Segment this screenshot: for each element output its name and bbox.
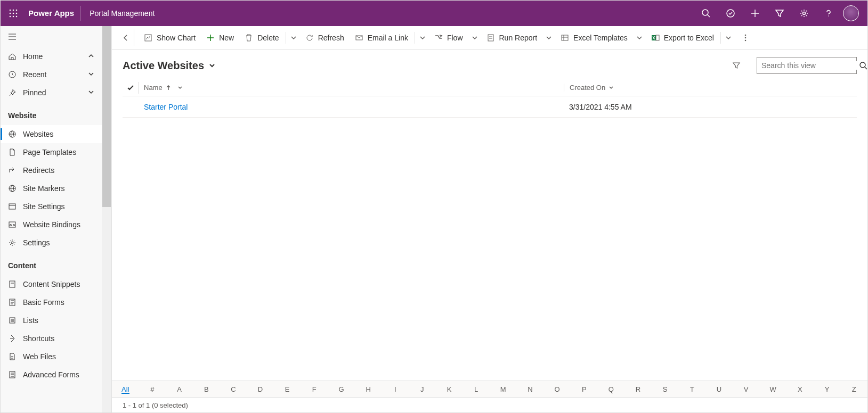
sidebar-item-label: Recent [23, 70, 46, 79]
sidebar-item-home[interactable]: Home [1, 47, 102, 65]
column-label: Name [144, 84, 163, 92]
alpha-filter-b[interactable]: B [193, 385, 220, 393]
flow-button[interactable]: Flow [429, 29, 468, 46]
sidebar-item-website-bindings[interactable]: Website Bindings [1, 216, 102, 234]
sidebar-item-web-files[interactable]: Web Files [1, 348, 102, 366]
shortcut-icon [8, 334, 17, 343]
sidebar-item-label: Home [23, 52, 43, 61]
search-icon[interactable] [859, 61, 867, 70]
alpha-filter-z[interactable]: Z [840, 385, 867, 393]
alpha-filter-j[interactable]: J [409, 385, 436, 393]
alpha-filter-u[interactable]: U [705, 385, 733, 393]
alpha-filter-p[interactable]: P [571, 385, 598, 393]
sidebar-item-advanced-forms[interactable]: Advanced Forms [1, 366, 102, 384]
sidebar-item-pinned[interactable]: Pinned [1, 84, 102, 102]
globe-icon [8, 130, 17, 138]
alpha-filter-s[interactable]: S [652, 385, 679, 393]
search-box[interactable] [757, 57, 857, 74]
search-input[interactable] [757, 61, 859, 70]
show-chart-button[interactable]: Show Chart [139, 29, 201, 46]
run-report-dropdown[interactable] [542, 29, 555, 46]
alpha-filter-c[interactable]: C [220, 385, 247, 393]
excel-templates-dropdown[interactable] [633, 29, 646, 46]
svg-point-8 [16, 16, 18, 18]
export-excel-dropdown[interactable] [722, 29, 735, 46]
alpha-filter-o[interactable]: O [543, 385, 571, 393]
svg-point-1 [13, 10, 14, 11]
alpha-filter-y[interactable]: Y [814, 385, 841, 393]
delete-button[interactable]: Delete [239, 29, 284, 46]
app-name[interactable]: Power Apps [26, 6, 81, 21]
alpha-filter-t[interactable]: T [678, 385, 705, 393]
svg-rect-55 [562, 35, 568, 40]
alpha-filter-bar: All # A B C D E F G H I J K L M N O P Q … [112, 381, 867, 398]
email-link-button[interactable]: Email a Link [350, 29, 413, 46]
alpha-filter-g[interactable]: G [328, 385, 355, 393]
sidebar-item-basic-forms[interactable]: Basic Forms [1, 293, 102, 311]
alpha-filter-h[interactable]: H [355, 385, 382, 393]
back-button[interactable] [117, 29, 134, 46]
alpha-filter-x[interactable]: X [786, 385, 814, 393]
cmd-label: Flow [447, 34, 463, 42]
sidebar-item-recent[interactable]: Recent [1, 65, 102, 84]
run-report-button[interactable]: Run Report [481, 29, 543, 46]
select-all-checkbox[interactable] [123, 82, 139, 94]
column-header-created-on[interactable]: Created On [564, 84, 857, 92]
sidebar-item-site-settings[interactable]: Site Settings [1, 197, 102, 216]
alpha-filter-d[interactable]: D [247, 385, 274, 393]
alpha-filter-k[interactable]: K [436, 385, 463, 393]
filter-button[interactable] [727, 57, 746, 74]
cmd-label: New [219, 34, 234, 42]
snippet-icon [8, 280, 17, 288]
alpha-filter-l[interactable]: L [463, 385, 490, 393]
sidebar-toggle-button[interactable] [1, 26, 102, 47]
alpha-filter-i[interactable]: I [382, 385, 409, 393]
alpha-filter-n[interactable]: N [517, 385, 544, 393]
search-icon[interactable] [694, 1, 718, 26]
alpha-filter-all[interactable]: All [112, 385, 139, 393]
sidebar-item-content-snippets[interactable]: Content Snippets [1, 275, 102, 293]
alpha-filter-hash[interactable]: # [139, 385, 166, 393]
refresh-button[interactable]: Refresh [300, 29, 350, 46]
alpha-filter-q[interactable]: Q [598, 385, 625, 393]
app-launcher-button[interactable] [1, 1, 26, 26]
sidebar-item-page-templates[interactable]: Page Templates [1, 143, 102, 161]
avatar[interactable] [843, 5, 859, 21]
sidebar-item-label: Web Files [23, 352, 56, 361]
new-button[interactable]: New [201, 29, 239, 46]
sidebar-item-lists[interactable]: Lists [1, 311, 102, 329]
sidebar-item-site-markers[interactable]: Site Markers [1, 179, 102, 197]
task-icon[interactable] [718, 1, 743, 26]
site-settings-icon [8, 202, 17, 211]
filter-icon[interactable] [767, 1, 792, 26]
delete-dropdown[interactable] [287, 29, 300, 46]
sidebar-item-settings[interactable]: Settings [1, 234, 102, 252]
svg-point-30 [13, 225, 15, 226]
alpha-filter-m[interactable]: M [490, 385, 517, 393]
record-link[interactable]: Starter Portal [144, 103, 188, 111]
alpha-filter-a[interactable]: A [166, 385, 193, 393]
sidebar-scrollbar[interactable] [102, 26, 111, 412]
flow-dropdown[interactable] [468, 29, 481, 46]
excel-templates-button[interactable]: Excel Templates [555, 29, 633, 46]
email-dropdown[interactable] [416, 29, 429, 46]
settings-icon[interactable] [792, 1, 816, 26]
more-commands-button[interactable] [737, 29, 754, 46]
excel-icon [651, 34, 660, 42]
app-sub-name[interactable]: Portal Management [81, 9, 163, 18]
alpha-filter-w[interactable]: W [759, 385, 786, 393]
export-excel-button[interactable]: Export to Excel [646, 29, 719, 46]
form-icon [8, 298, 17, 307]
sidebar-item-redirects[interactable]: Redirects [1, 161, 102, 179]
column-header-name[interactable]: Name [139, 84, 564, 92]
view-selector[interactable]: Active Websites [123, 60, 216, 72]
add-icon[interactable] [743, 1, 767, 26]
alpha-filter-e[interactable]: E [274, 385, 301, 393]
sidebar-item-websites[interactable]: Websites [1, 125, 102, 143]
alpha-filter-r[interactable]: R [624, 385, 652, 393]
alpha-filter-v[interactable]: V [733, 385, 760, 393]
alpha-filter-f[interactable]: F [301, 385, 328, 393]
help-icon[interactable] [816, 1, 841, 26]
table-row[interactable]: Starter Portal 3/31/2021 4:55 AM [123, 96, 857, 118]
sidebar-item-shortcuts[interactable]: Shortcuts [1, 329, 102, 348]
